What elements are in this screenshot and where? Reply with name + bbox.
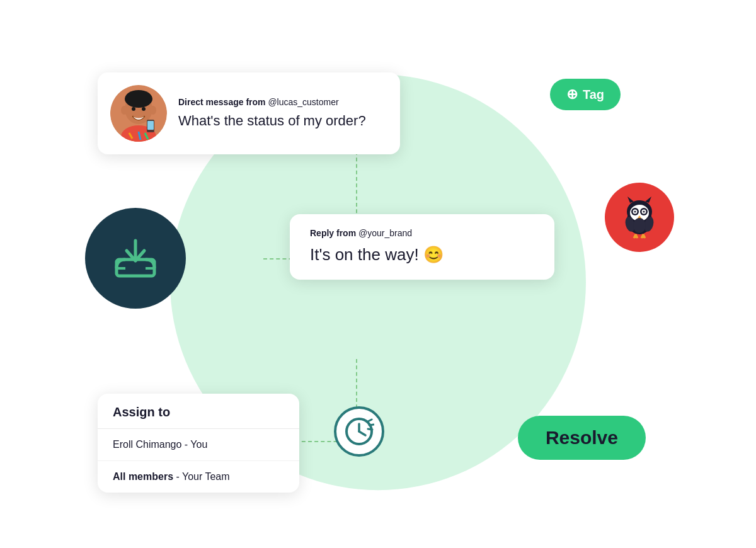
svg-point-6 bbox=[142, 107, 146, 111]
inbox-icon bbox=[113, 236, 158, 281]
assign-item-bold: All members bbox=[113, 471, 173, 482]
assign-item-suffix: - Your Team bbox=[173, 471, 230, 482]
resolve-button[interactable]: Resolve bbox=[518, 416, 646, 460]
assign-header: Assign to bbox=[98, 394, 299, 428]
customer-message-text: What's the status of my order? bbox=[178, 112, 366, 130]
resolve-label: Resolve bbox=[546, 427, 618, 448]
card-sender: Direct message from @lucas_customer bbox=[178, 97, 366, 107]
owl-icon bbox=[617, 195, 662, 239]
svg-point-23 bbox=[634, 211, 636, 213]
reply-message-text: It's on the way! 😊 bbox=[310, 244, 534, 266]
svg-point-4 bbox=[150, 106, 156, 115]
reply-sender: Reply from @your_brand bbox=[310, 228, 534, 238]
inbox-circle bbox=[85, 208, 186, 309]
reply-message-card: Reply from @your_brand It's on the way! … bbox=[290, 214, 554, 280]
scene: Direct message from @lucas_customer What… bbox=[0, 0, 756, 548]
avatar bbox=[110, 85, 167, 142]
tag-button[interactable]: ⊕ Tag bbox=[550, 79, 621, 110]
svg-point-24 bbox=[643, 211, 645, 213]
assign-to-card: Assign to Eroll Chimango - You All membe… bbox=[98, 394, 299, 493]
clock-circle bbox=[334, 406, 384, 457]
avatar-image bbox=[110, 85, 167, 142]
assign-item-you-text: Eroll Chimango - You bbox=[113, 439, 207, 450]
svg-marker-17 bbox=[645, 197, 651, 203]
svg-line-37 bbox=[359, 431, 365, 435]
message-content: Direct message from @lucas_customer What… bbox=[178, 97, 366, 130]
svg-marker-16 bbox=[627, 197, 634, 203]
svg-point-5 bbox=[132, 107, 135, 111]
clock-icon bbox=[344, 416, 374, 447]
customer-message-card: Direct message from @lucas_customer What… bbox=[98, 72, 400, 154]
svg-point-3 bbox=[121, 106, 127, 115]
hootsuite-owl-circle bbox=[605, 183, 674, 252]
plus-icon: ⊕ bbox=[566, 86, 578, 103]
assign-item-you[interactable]: Eroll Chimango - You bbox=[98, 429, 299, 461]
svg-point-28 bbox=[633, 218, 646, 233]
svg-rect-9 bbox=[147, 121, 154, 130]
svg-point-2 bbox=[125, 90, 152, 108]
tag-label: Tag bbox=[583, 88, 604, 102]
assign-item-all-members[interactable]: All members - Your Team bbox=[98, 461, 299, 493]
